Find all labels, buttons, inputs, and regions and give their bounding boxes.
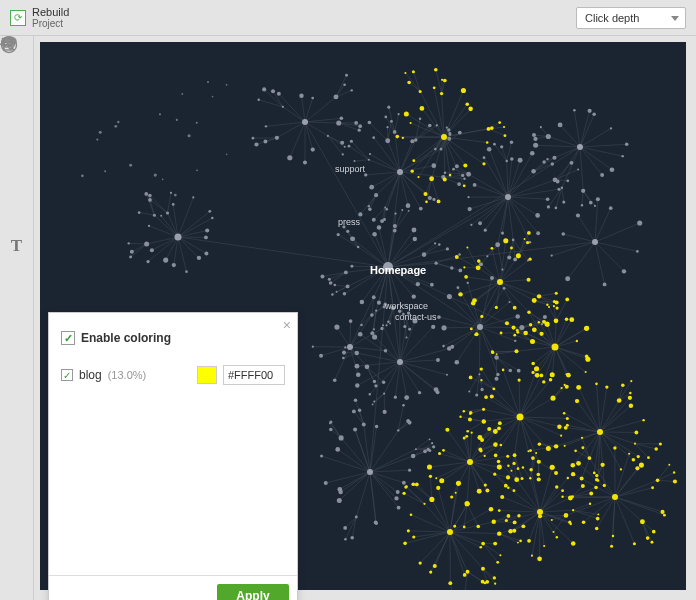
arrow-left-tool[interactable] xyxy=(7,108,27,128)
svg-point-1314 xyxy=(468,107,473,112)
svg-point-1365 xyxy=(226,84,228,86)
svg-point-1180 xyxy=(595,527,598,530)
svg-point-736 xyxy=(163,258,168,263)
svg-point-800 xyxy=(386,208,388,210)
svg-point-1322 xyxy=(556,307,559,310)
row-hex-input[interactable]: #FFFF00 xyxy=(223,365,285,385)
svg-point-820 xyxy=(384,116,387,119)
svg-point-1110 xyxy=(485,489,489,493)
svg-line-488 xyxy=(597,384,600,432)
svg-point-865 xyxy=(510,157,513,160)
svg-point-1291 xyxy=(429,176,434,181)
svg-point-886 xyxy=(547,205,550,208)
svg-point-825 xyxy=(419,117,421,119)
svg-point-1247 xyxy=(494,583,496,585)
panel-close-button[interactable]: × xyxy=(283,317,291,333)
svg-point-760 xyxy=(358,124,362,128)
svg-point-1070 xyxy=(513,453,517,457)
svg-line-495 xyxy=(600,406,631,432)
click-depth-dropdown[interactable]: Click depth xyxy=(576,7,686,29)
svg-point-819 xyxy=(398,113,400,115)
apply-button[interactable]: Apply xyxy=(217,584,289,600)
rebuild-button[interactable]: ⟳ Rebuild Project xyxy=(10,6,69,29)
svg-point-938 xyxy=(509,301,511,303)
svg-point-1104 xyxy=(467,459,473,465)
svg-point-983 xyxy=(380,327,383,330)
svg-line-68 xyxy=(388,263,436,267)
svg-point-1081 xyxy=(459,416,461,418)
svg-point-944 xyxy=(418,391,421,394)
arrow-right-tool[interactable] xyxy=(7,140,27,160)
svg-point-1290 xyxy=(443,177,447,181)
trash-tool[interactable] xyxy=(7,76,27,96)
svg-point-1055 xyxy=(548,306,550,308)
svg-line-465 xyxy=(635,444,656,449)
svg-point-1002 xyxy=(329,428,333,432)
svg-point-1138 xyxy=(659,442,662,445)
search-tool[interactable] xyxy=(7,204,27,224)
svg-line-667 xyxy=(457,257,478,268)
undo-tool[interactable] xyxy=(7,172,27,192)
body: T Homepagesupportpressworkspacecontact-u… xyxy=(0,36,696,600)
svg-point-904 xyxy=(622,269,626,273)
svg-point-927 xyxy=(468,390,470,392)
text-tool[interactable]: T xyxy=(7,236,27,256)
svg-point-708 xyxy=(357,246,359,248)
svg-point-1251 xyxy=(484,582,487,585)
svg-line-393 xyxy=(520,417,561,436)
svg-point-822 xyxy=(414,138,417,141)
row-checkbox[interactable]: ✓ xyxy=(61,369,73,381)
svg-point-896 xyxy=(558,122,563,127)
svg-line-605 xyxy=(450,532,499,534)
svg-point-758 xyxy=(302,119,308,125)
svg-point-953 xyxy=(355,364,360,369)
svg-point-1343 xyxy=(476,265,481,270)
svg-point-1016 xyxy=(415,448,417,450)
svg-line-425 xyxy=(519,380,520,417)
svg-line-471 xyxy=(603,465,605,486)
rebuild-text: Rebuild Project xyxy=(32,6,69,29)
svg-line-677 xyxy=(518,239,524,256)
svg-line-387 xyxy=(555,319,567,347)
row-swatch[interactable] xyxy=(197,366,217,384)
svg-point-710 xyxy=(342,225,345,228)
svg-point-969 xyxy=(365,364,370,369)
svg-point-1372 xyxy=(176,119,178,121)
svg-point-1047 xyxy=(500,332,503,335)
svg-point-1149 xyxy=(571,463,576,468)
svg-point-734 xyxy=(185,270,188,273)
lasso-tool[interactable] xyxy=(7,268,27,288)
svg-line-473 xyxy=(597,465,603,480)
svg-line-555 xyxy=(540,478,568,512)
svg-point-840 xyxy=(512,239,515,242)
svg-point-814 xyxy=(390,120,393,123)
svg-point-850 xyxy=(478,221,482,225)
svg-point-1208 xyxy=(543,545,545,547)
svg-point-964 xyxy=(431,325,435,329)
svg-line-327 xyxy=(339,472,370,500)
svg-point-795 xyxy=(406,203,411,208)
svg-line-383 xyxy=(555,321,556,347)
svg-line-91 xyxy=(168,193,172,213)
svg-point-1193 xyxy=(581,437,583,439)
svg-point-1279 xyxy=(507,514,511,518)
svg-line-189 xyxy=(471,197,508,225)
enable-coloring-checkbox[interactable]: ✓ xyxy=(61,331,75,345)
svg-point-914 xyxy=(519,325,524,330)
svg-point-1220 xyxy=(512,462,515,465)
svg-point-883 xyxy=(581,204,583,206)
svg-point-1098 xyxy=(549,378,553,382)
svg-line-265 xyxy=(444,327,480,346)
svg-point-1156 xyxy=(566,424,569,427)
svg-point-741 xyxy=(128,242,130,244)
svg-point-1075 xyxy=(493,442,498,447)
svg-point-1094 xyxy=(502,369,505,372)
svg-point-1263 xyxy=(423,503,425,505)
svg-point-889 xyxy=(556,180,560,184)
svg-line-408 xyxy=(481,445,495,451)
svg-point-1346 xyxy=(463,266,465,268)
svg-line-97 xyxy=(178,218,212,237)
svg-line-87 xyxy=(150,200,154,215)
svg-point-1101 xyxy=(560,387,562,389)
svg-point-858 xyxy=(452,168,455,171)
